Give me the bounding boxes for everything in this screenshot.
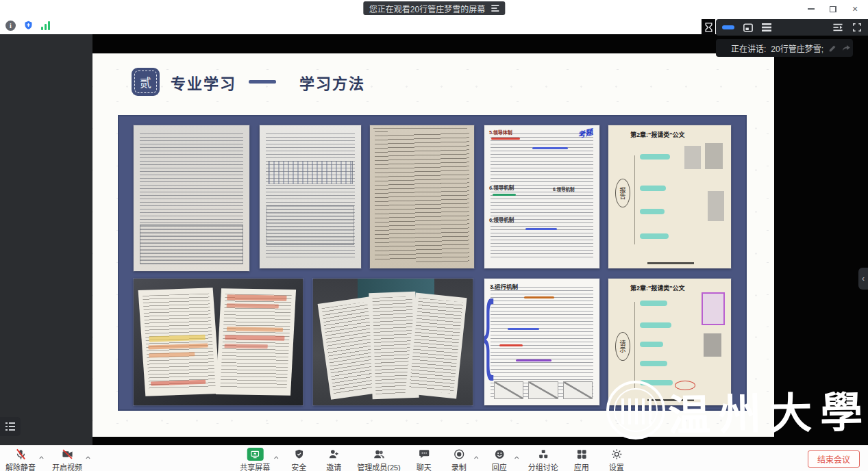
close-button[interactable]: ×	[846, 3, 864, 15]
apps-label: 应用	[574, 461, 589, 471]
university-watermark: 温州大學	[606, 379, 868, 441]
note-photo-leadership-notes: 5.领导体制 6.领导机制 6.领导机制 6.领导机制 考题	[484, 125, 599, 268]
book-page-right	[215, 288, 295, 396]
camera-off-icon	[61, 448, 74, 461]
info-icon[interactable]: i	[5, 21, 16, 31]
record-chevron[interactable]	[473, 451, 480, 463]
fullscreen-icon[interactable]	[852, 23, 862, 32]
meeting-window: 您正在观看20行管庄梦雪的屏幕 × i 贰 专业学习	[0, 0, 868, 471]
apps-button[interactable]: 应用	[570, 448, 593, 471]
note-heading: 6.领导机制	[553, 186, 574, 192]
note-photo-printed-doc	[134, 125, 249, 271]
exam-annotation: 考题	[576, 126, 593, 140]
meeting-toolbar: 解除静音 开启视频	[0, 445, 868, 471]
gallery-list-icon[interactable]	[762, 23, 771, 31]
settings-button[interactable]: 设置	[605, 448, 628, 471]
viewer-layout-panel	[716, 19, 868, 36]
watching-banner-text: 您正在观看20行管庄梦雪的屏幕	[369, 3, 485, 14]
mini-bar-chart	[268, 161, 353, 184]
annotate-icon[interactable]	[828, 43, 838, 53]
toolbar-center-group: 共享屏幕 安全	[240, 448, 628, 471]
mindmap-center: 报告	[615, 179, 630, 207]
react-button[interactable]: 回应	[488, 448, 511, 471]
note-heading: 第2章:"报请类"公文	[630, 283, 685, 292]
person-plus-icon	[328, 448, 340, 461]
invite-button[interactable]: 邀请	[322, 448, 345, 471]
chat-bubble-icon	[418, 448, 430, 461]
chat-label: 聊天	[417, 461, 432, 471]
title-dash	[249, 80, 276, 84]
speaking-indicator-bar: 正在讲话: 20行管庄梦雪;	[716, 39, 853, 57]
watching-banner[interactable]: 您正在观看20行管庄梦雪的屏幕	[363, 1, 505, 15]
slide-header: 贰 专业学习 学习方法	[132, 68, 365, 96]
note-heading: 5.领导体制	[489, 129, 512, 136]
unmute-button[interactable]: 解除静音	[5, 448, 36, 471]
section-number: 贰	[140, 73, 151, 90]
manage-members-label: 管理成员(25)	[357, 461, 401, 471]
react-chevron[interactable]	[514, 451, 520, 463]
end-meeting-button[interactable]: 结束会议	[808, 450, 860, 468]
book-page-left	[138, 288, 221, 396]
unmute-chevron[interactable]	[38, 451, 45, 463]
speaking-bar-actions	[828, 43, 852, 53]
share-screen-chevron[interactable]	[273, 451, 279, 463]
record-label: 录制	[451, 461, 467, 471]
restore-button[interactable]	[824, 3, 842, 15]
photo-desk-notes	[313, 279, 473, 405]
meeting-timer-chip[interactable]	[702, 19, 715, 35]
share-screen-icon	[247, 448, 263, 461]
gray-document	[704, 333, 721, 357]
collapse-panel-icon[interactable]	[832, 23, 843, 32]
record-icon	[453, 448, 464, 461]
breakout-rooms-button[interactable]: 分组讨论	[528, 448, 558, 471]
meeting-status-icons: i	[5, 20, 50, 31]
note-photo-handwritten	[370, 125, 474, 268]
brace-glyph: {	[484, 288, 494, 376]
network-signal-icon[interactable]	[41, 21, 50, 30]
photo-collage-frame: 5.领导体制 6.领导机制 6.领导机制 6.领导机制 考题 第2章:"报请类"…	[118, 115, 747, 411]
mini-charts-row	[494, 381, 593, 399]
member-list-toggle[interactable]	[0, 417, 21, 436]
minimize-button[interactable]	[802, 3, 820, 15]
highlighted-document	[702, 292, 725, 325]
mini-table	[266, 205, 354, 245]
watermark-text: 温州大學	[667, 377, 868, 442]
note-heading: 6.领导机制	[489, 216, 514, 223]
chat-button[interactable]: 聊天	[412, 448, 436, 471]
shield-check-icon	[293, 448, 304, 461]
manage-members-button[interactable]: 管理成员(25)	[357, 448, 401, 471]
record-button[interactable]: 录制	[447, 448, 471, 471]
blocks-icon	[537, 448, 549, 461]
speaker-view-icon[interactable]	[743, 23, 753, 32]
start-video-button[interactable]: 开启视频	[52, 448, 82, 471]
slide-title: 专业学习	[171, 71, 236, 93]
note-photo-operation-notes: 3.运行机制 {	[484, 279, 599, 405]
start-video-label: 开启视频	[52, 461, 82, 471]
people-icon	[373, 448, 386, 461]
share-screen-button[interactable]: 共享屏幕	[240, 448, 270, 471]
smiley-icon	[493, 448, 505, 461]
apps-grid-icon	[575, 448, 587, 461]
security-button[interactable]: 安全	[287, 448, 310, 471]
start-video-chevron[interactable]	[85, 451, 91, 463]
university-seal-icon	[606, 381, 665, 440]
minimized-view-icon[interactable]	[722, 25, 734, 29]
react-label: 回应	[492, 461, 507, 471]
banner-menu-icon[interactable]	[491, 5, 499, 12]
speaking-label: 正在讲话:	[731, 42, 766, 54]
breakout-rooms-label: 分组讨论	[528, 461, 558, 471]
mindmap-center: 请示	[615, 332, 630, 361]
note-heading: 3.运行机制	[490, 282, 518, 290]
forward-arrow-icon[interactable]	[841, 43, 852, 53]
panel-collapse-handle[interactable]: ‹	[858, 268, 868, 290]
shield-protect-icon[interactable]	[23, 20, 34, 31]
note-photo-report-mindmap: 第2章:"报请类"公文 报告	[608, 125, 731, 268]
chevron-left-icon: ‹	[862, 274, 865, 283]
gear-icon	[610, 448, 622, 461]
note-heading: 6.领导机制	[489, 183, 514, 191]
share-screen-label: 共享屏幕	[240, 461, 270, 471]
mic-muted-icon	[15, 448, 27, 461]
invite-label: 邀请	[326, 461, 341, 471]
note-heading: 第2章:"报请类"公文	[630, 130, 685, 139]
shared-screen-area: 贰 专业学习 学习方法 5.领导体制 6.领导机制 6.领导机制 6.领导机制	[0, 34, 868, 445]
